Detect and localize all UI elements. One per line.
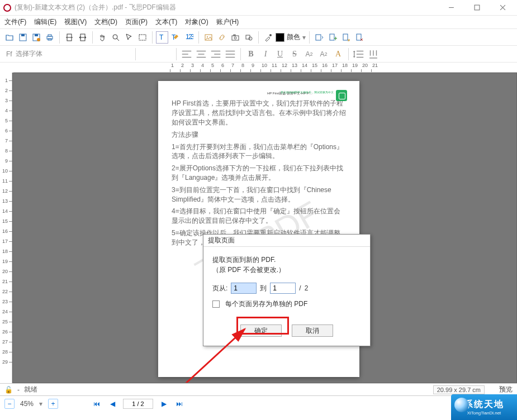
svg-point-26 [234, 37, 236, 39]
extract-page-button[interactable] [340, 31, 352, 44]
next-page-button[interactable]: ▶ [159, 399, 169, 409]
svg-point-30 [269, 34, 272, 36]
workspace: 1234567891011121314151617181920212223242… [0, 73, 517, 383]
zoom-out-button[interactable]: − [4, 399, 15, 409]
svg-text:T: T [159, 34, 164, 41]
zoom-dropdown-icon[interactable]: ▾ [39, 400, 42, 408]
ocr-button[interactable] [313, 31, 325, 44]
saveas-button[interactable] [30, 31, 42, 44]
cancel-button[interactable]: 取消 [292, 324, 333, 337]
svg-point-24 [207, 36, 208, 37]
menu-document[interactable]: 文档(D) [94, 17, 117, 27]
svg-rect-35 [357, 34, 361, 40]
svg-text:+: + [334, 35, 337, 42]
page-width-button[interactable] [77, 31, 89, 44]
color-label: 颜色 [287, 32, 300, 42]
page-badge-text: 英文的原始PDF大师发布，测试转换为中文 [281, 91, 334, 94]
separate-pdf-checkbox[interactable] [212, 300, 220, 308]
total-pages: 2 [305, 284, 309, 292]
page-line: 方法步骤 [172, 130, 346, 140]
canvas[interactable]: 飞思PDF 英文的原始PDF大师发布，测试转换为中文 HP First首选 设置… [12, 73, 517, 383]
color-dropdown-icon[interactable]: ▾ [302, 34, 306, 41]
to-label: 到 [260, 284, 267, 293]
char-spacing-button[interactable] [367, 48, 380, 60]
svg-rect-10 [48, 35, 51, 36]
italic-button[interactable]: I [259, 48, 272, 60]
eyedropper-tool[interactable] [262, 31, 274, 44]
font-color-button[interactable]: A [331, 48, 345, 60]
menu-object[interactable]: 对象(O) [185, 17, 208, 27]
image-tool[interactable] [202, 31, 215, 44]
menu-edit[interactable]: 编辑(E) [34, 17, 56, 27]
svg-rect-17 [139, 35, 146, 40]
page-dimensions: 20.99 x 29.7 cm [433, 385, 485, 394]
snapshot-tool[interactable] [136, 31, 149, 44]
svg-rect-34 [343, 34, 348, 40]
hand-tool[interactable] [96, 31, 108, 44]
page-badge-icon [336, 90, 347, 101]
preview-label[interactable]: 预览 [499, 385, 513, 394]
page-fit-button[interactable] [63, 31, 75, 44]
to-page-input[interactable] [270, 283, 296, 294]
svg-line-16 [117, 39, 119, 41]
menu-file[interactable]: 文件(F) [4, 17, 26, 27]
menu-text[interactable]: 文本(T) [155, 17, 177, 27]
font-family-field[interactable]: Ff 选择字体 [3, 48, 132, 60]
font-placeholder: 选择字体 [16, 49, 42, 59]
from-label: 页从: [212, 284, 227, 293]
text-tool[interactable]: T [156, 31, 168, 44]
shape-tool[interactable] [243, 31, 255, 44]
dialog-title: 提取页面 [203, 235, 370, 247]
minimize-button[interactable] [443, 2, 459, 13]
align-right-button[interactable] [209, 48, 222, 60]
menu-view[interactable]: 视图(V) [64, 17, 87, 27]
delete-page-button[interactable] [353, 31, 366, 44]
app-icon [3, 4, 11, 12]
page-line: 1=首先打开要到对主界面，我们点击菜单栏的『Options』选项，点击后选择列表… [172, 142, 346, 161]
zoom-tool[interactable] [110, 31, 122, 44]
from-page-input[interactable] [231, 283, 257, 294]
align-left-button[interactable] [180, 48, 193, 60]
window-title: (复制)-新建文本文档 (2)（合并）.pdf - 飞思PDF编辑器 [15, 3, 443, 12]
first-page-button[interactable]: ⏮ [92, 399, 102, 409]
line-spacing-button[interactable] [352, 48, 366, 60]
link-tool[interactable] [216, 31, 228, 44]
superscript-button[interactable]: A2 [302, 48, 316, 60]
status-ready: 就绪 [24, 385, 37, 394]
svg-point-8 [37, 38, 40, 41]
color-swatch[interactable] [276, 33, 284, 42]
page-number-field[interactable] [123, 399, 153, 409]
font-icon: Ff [6, 50, 12, 58]
zoom-in-button[interactable]: + [48, 399, 58, 409]
svg-rect-27 [234, 35, 235, 36]
svg-text:3: 3 [191, 33, 193, 41]
save-button[interactable] [17, 31, 29, 44]
underline-button[interactable]: U [273, 48, 287, 60]
slash: / [299, 284, 301, 292]
subscript-button[interactable]: A2 [317, 48, 330, 60]
camera-tool[interactable] [229, 31, 241, 44]
print-button[interactable] [44, 31, 56, 44]
text-settings-tool[interactable]: 123 [183, 31, 195, 44]
svg-rect-1 [475, 5, 480, 10]
close-button[interactable] [495, 2, 510, 13]
separator: - [17, 386, 20, 394]
svg-point-15 [113, 35, 117, 39]
align-center-button[interactable] [195, 48, 208, 60]
select-tool[interactable] [123, 31, 135, 44]
maximize-button[interactable] [469, 2, 485, 13]
strike-button[interactable]: S [288, 48, 301, 60]
statusbar-lower: − 45% ▾ + ⏮ ◀ ▶ ⏭ [0, 395, 517, 411]
menu-page[interactable]: 页面(P) [125, 17, 148, 27]
add-page-button[interactable]: + [326, 31, 339, 44]
prev-page-button[interactable]: ◀ [107, 399, 117, 409]
text-edit-tool[interactable]: T [169, 31, 182, 44]
lock-icon: 🔓 [4, 386, 13, 394]
menu-account[interactable]: 账户(H) [216, 17, 239, 27]
bold-button[interactable]: B [244, 48, 258, 60]
checkbox-label: 每个页面另存为单独的 PDF [225, 299, 307, 309]
align-justify-button[interactable] [224, 48, 237, 60]
svg-point-29 [249, 37, 252, 40]
last-page-button[interactable]: ⏭ [174, 399, 184, 409]
open-button[interactable] [3, 31, 16, 44]
